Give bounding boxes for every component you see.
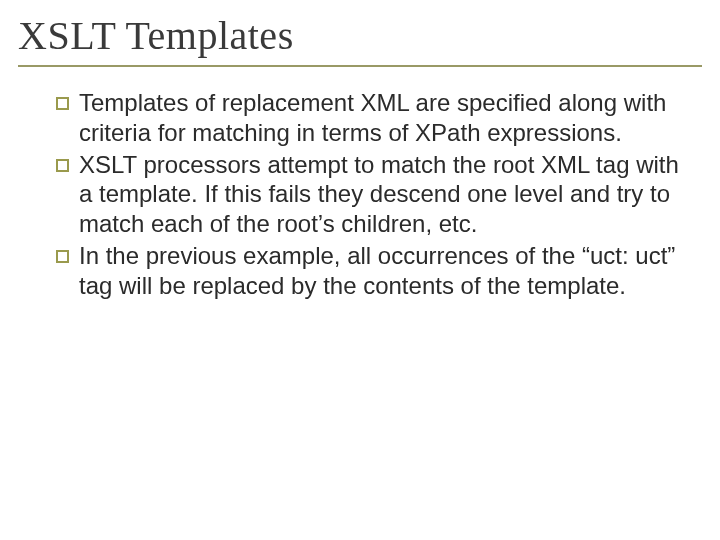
title-underline <box>18 65 702 67</box>
square-bullet-icon <box>56 97 69 110</box>
square-bullet-icon <box>56 159 69 172</box>
slide-title: XSLT Templates <box>18 12 702 59</box>
bullet-text: XSLT processors attempt to match the roo… <box>79 150 692 239</box>
bullet-text: In the previous example, all occurrences… <box>79 241 692 301</box>
slide: XSLT Templates Templates of replacement … <box>0 0 720 540</box>
list-item: In the previous example, all occurrences… <box>56 241 692 301</box>
square-bullet-icon <box>56 250 69 263</box>
list-item: XSLT processors attempt to match the roo… <box>56 150 692 239</box>
list-item: Templates of replacement XML are specifi… <box>56 88 692 148</box>
title-area: XSLT Templates <box>18 12 702 67</box>
body-area: Templates of replacement XML are specifi… <box>56 88 692 302</box>
bullet-text: Templates of replacement XML are specifi… <box>79 88 692 148</box>
